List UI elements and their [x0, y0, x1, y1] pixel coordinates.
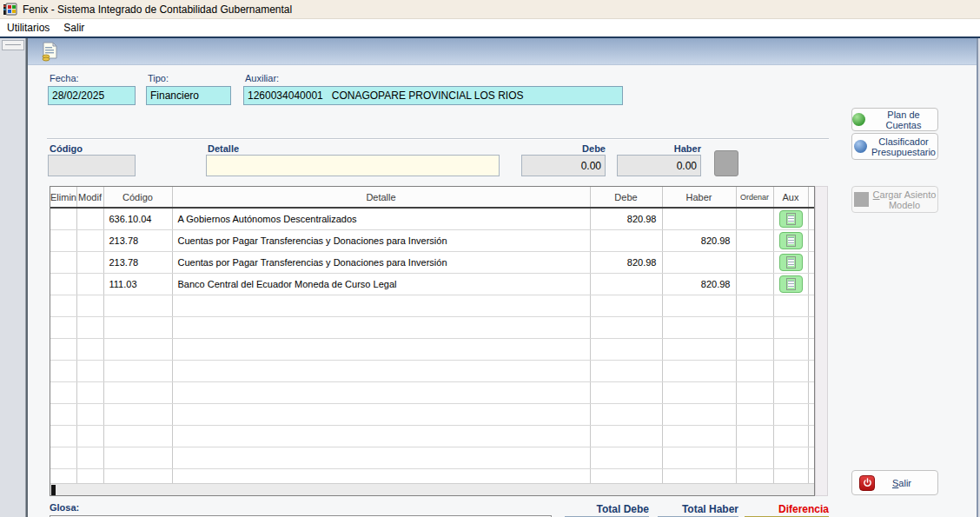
cell-detalle: Cuentas por Pagar Transferencias y Donac…	[172, 251, 590, 273]
cell-haber	[662, 316, 736, 338]
cell-modif	[76, 251, 103, 273]
cell-filler	[808, 381, 815, 403]
document-lines-icon	[786, 235, 796, 247]
cell-ordenar	[736, 273, 773, 295]
cell-haber	[662, 447, 736, 468]
cell-debe	[590, 360, 662, 381]
aux-document-button[interactable]	[779, 275, 803, 293]
app-icon	[3, 3, 17, 17]
cell-haber	[662, 251, 736, 273]
detalle-input[interactable]	[206, 155, 500, 176]
cell-elimin	[50, 251, 76, 273]
cell-aux	[773, 447, 808, 468]
clasificador-label: ClasificadorPresupuestario	[871, 136, 936, 157]
grid-row[interactable]: 111.03Banco Central del Ecuador Moneda d…	[50, 273, 815, 295]
cell-elimin	[50, 273, 76, 295]
menu-utilitarios[interactable]: Utilitarios	[0, 20, 56, 36]
cell-modif	[76, 273, 103, 295]
cell-codigo	[103, 447, 172, 468]
cell-filler	[808, 403, 815, 425]
grid-body: 636.10.04A Gobiernos Autónomos Descentra…	[50, 208, 815, 490]
fecha-label: Fecha:	[50, 73, 79, 83]
cell-haber	[662, 360, 736, 381]
col-codigo: Código	[103, 187, 172, 208]
cell-debe	[590, 338, 662, 360]
aux-document-button[interactable]	[779, 232, 803, 249]
auxiliar-input[interactable]	[243, 86, 623, 105]
col-debe: Debe	[590, 187, 662, 208]
add-line-button[interactable]	[714, 150, 738, 176]
tipo-input[interactable]	[146, 86, 231, 105]
mdi-area: Fecha: Tipo: Auxiliar: Código Detalle De…	[0, 38, 980, 517]
cell-detalle: Banco Central del Ecuador Moneda de Curs…	[172, 273, 590, 295]
plan-de-cuentas-button[interactable]: Plan de Cuentas	[851, 108, 938, 131]
cell-codigo: 213.78	[103, 229, 172, 251]
cell-aux	[773, 251, 808, 273]
cell-ordenar	[736, 447, 773, 468]
grid-header-row: Elimin Modif Código Detalle Debe Haber O…	[50, 187, 815, 208]
grid-empty-row[interactable]	[50, 316, 815, 338]
cell-codigo	[103, 338, 172, 360]
cell-modif	[76, 403, 103, 425]
section-divider	[47, 138, 829, 140]
col-ordenar: Ordenar	[736, 187, 773, 208]
titlebar: Fenix - Sistema Integrado de Contabilida…	[0, 0, 980, 19]
grid-empty-row[interactable]	[50, 447, 815, 468]
cell-codigo	[103, 316, 172, 338]
col-elimin: Elimin	[50, 187, 76, 208]
haber-input[interactable]	[617, 155, 701, 176]
cell-ordenar	[736, 425, 773, 447]
window-title: Fenix - Sistema Integrado de Contabilida…	[23, 3, 292, 16]
cell-ordenar	[736, 360, 773, 381]
new-entry-document-icon[interactable]	[40, 42, 59, 63]
aux-document-button[interactable]	[779, 254, 803, 271]
grid-empty-row[interactable]	[50, 295, 815, 316]
grid-horizontal-scrollbar[interactable]	[50, 483, 814, 495]
cell-detalle	[172, 381, 590, 403]
col-modif: Modif	[76, 187, 103, 208]
cell-codigo	[103, 381, 172, 403]
tipo-label: Tipo:	[148, 73, 169, 83]
cell-detalle	[172, 403, 590, 425]
form-toolbar	[28, 38, 977, 65]
menu-salir[interactable]: Salir	[56, 20, 91, 36]
cell-ordenar	[736, 381, 773, 403]
fecha-input[interactable]	[48, 86, 136, 105]
cell-debe	[590, 273, 662, 295]
cell-haber	[662, 208, 736, 229]
cell-aux	[773, 381, 808, 403]
grid-empty-row[interactable]	[50, 403, 815, 425]
grid-empty-row[interactable]	[50, 360, 815, 381]
cell-detalle: A Gobiernos Autónomos Descentralizados	[172, 208, 590, 229]
codigo-input[interactable]	[48, 155, 136, 176]
cell-elimin	[50, 229, 76, 251]
minimized-window-grip[interactable]	[2, 40, 24, 50]
cell-filler	[808, 208, 815, 229]
grid-empty-row[interactable]	[50, 425, 815, 447]
cell-aux	[773, 425, 808, 447]
cell-detalle: Cuentas por Pagar Transferencias y Donac…	[172, 229, 590, 251]
cargar-label: Cargar AsientoModelo	[873, 189, 937, 210]
cargar-asiento-modelo-button[interactable]: Cargar AsientoModelo	[851, 186, 938, 213]
detalle-label: Detalle	[208, 143, 239, 154]
grid-hscroll-thumb[interactable]	[51, 485, 56, 495]
total-debe-label: Total Debe	[565, 503, 649, 515]
cell-debe	[590, 316, 662, 338]
aux-document-button[interactable]	[779, 210, 803, 228]
grid-row[interactable]: 213.78Cuentas por Pagar Transferencias y…	[50, 251, 815, 273]
cell-haber: 820.98	[662, 229, 736, 251]
gray-square-icon	[854, 192, 869, 207]
cell-elimin	[50, 425, 76, 447]
cell-detalle	[172, 425, 590, 447]
salir-button[interactable]: Salir	[851, 470, 938, 495]
cell-codigo	[103, 360, 172, 381]
clasificador-presupuestario-button[interactable]: ClasificadorPresupuestario	[851, 133, 938, 160]
cell-aux	[773, 403, 808, 425]
grid-row[interactable]: 213.78Cuentas por Pagar Transferencias y…	[50, 229, 815, 251]
cell-aux	[773, 338, 808, 360]
grid-empty-row[interactable]	[50, 381, 815, 403]
grid-row[interactable]: 636.10.04A Gobiernos Autónomos Descentra…	[50, 208, 815, 229]
grid-vertical-scrollbar[interactable]	[815, 186, 828, 496]
debe-input[interactable]	[521, 155, 606, 176]
grid-empty-row[interactable]	[50, 338, 815, 360]
